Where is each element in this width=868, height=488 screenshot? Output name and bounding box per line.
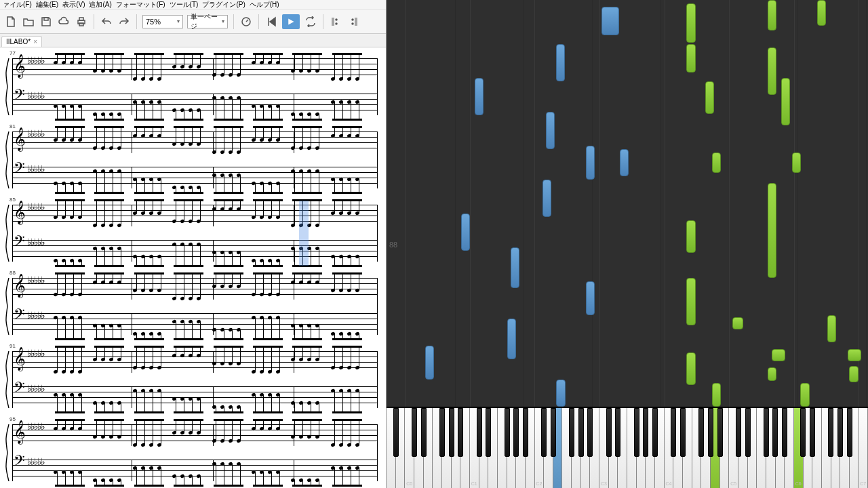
white-key[interactable] [655,408,665,488]
white-key[interactable] [776,408,785,488]
rewind-icon[interactable] [264,15,278,28]
white-key[interactable] [526,408,535,488]
menu-item[interactable]: プラグイン(P) [202,0,245,9]
white-key[interactable] [804,408,813,488]
key-label: C4 [665,481,673,486]
white-key[interactable]: C4 [665,408,674,488]
falling-note-green [705,81,714,114]
open-folder-icon[interactable] [22,15,35,28]
white-key[interactable] [562,408,572,488]
white-key[interactable]: C1 [470,408,479,488]
save-icon[interactable] [39,15,53,28]
white-key[interactable] [544,408,553,488]
white-key[interactable]: C0 [405,408,414,488]
white-key[interactable] [646,408,655,488]
page-mode-select[interactable]: 単一ページ ▾ [187,15,228,28]
new-file-icon[interactable] [4,15,18,28]
print-icon[interactable] [75,15,88,28]
white-key[interactable] [507,408,517,488]
white-key[interactable] [711,408,720,488]
treble-clef-icon: 𝄞 [14,201,26,224]
white-key[interactable] [766,408,776,488]
white-key[interactable] [572,408,581,488]
white-key[interactable] [424,408,433,488]
undo-icon[interactable] [100,15,113,28]
falling-note-blue [556,380,566,407]
treble-staff: 𝄞♭♭♭♭♭ [12,278,378,300]
white-key[interactable] [553,408,563,488]
white-key[interactable] [618,408,627,488]
white-key[interactable] [701,408,711,488]
close-icon[interactable]: × [33,38,37,45]
white-key[interactable] [850,408,859,488]
play-button[interactable] [282,14,300,29]
white-key[interactable] [757,408,766,488]
white-key[interactable]: C7 [859,408,868,488]
white-key[interactable] [433,408,442,488]
menu-item[interactable]: 追加(A) [89,0,111,9]
white-key[interactable] [581,408,591,488]
white-key[interactable] [812,408,822,488]
white-key[interactable] [748,408,757,488]
white-key[interactable] [822,408,831,488]
menu-item[interactable]: 表示(V) [62,0,85,9]
chevron-down-icon: ▾ [222,18,224,24]
key-signature: ♭♭♭♭♭ [27,58,44,64]
falling-note-blue [425,346,434,380]
repeat-end-icon[interactable] [347,15,360,28]
menu-item[interactable]: フォーマット(F) [116,0,165,9]
white-key[interactable] [840,408,850,488]
white-key[interactable] [516,408,526,488]
white-key[interactable] [692,408,702,488]
white-key[interactable] [442,408,452,488]
score-canvas[interactable]: 77𝄞♭♭♭♭♭𝄢♭♭♭♭♭81𝄞♭♭♭♭♭𝄢♭♭♭♭♭85𝄞♭♭♭♭♭𝄢♭♭♭… [0,47,386,488]
metronome-icon[interactable] [239,15,253,28]
white-key[interactable] [720,408,730,488]
white-key[interactable] [673,408,683,488]
white-key[interactable] [387,408,396,488]
white-key[interactable] [637,408,646,488]
svg-point-8 [352,23,353,24]
white-key[interactable] [414,408,424,488]
white-key[interactable] [627,408,637,488]
score-tab[interactable]: IILABO* × [1,36,42,47]
white-key[interactable]: C5 [729,408,738,488]
white-key[interactable] [460,408,470,488]
white-key[interactable] [479,408,489,488]
synthesia-pane: 88 C0C1C2C3C4C5C6C7 [387,0,868,488]
loop-icon[interactable] [304,15,317,28]
svg-rect-0 [44,18,48,20]
cloud-icon[interactable] [57,15,71,28]
white-key[interactable]: C6 [794,408,804,488]
white-key[interactable] [498,408,507,488]
bass-staff: 𝄢♭♭♭♭♭ [12,386,378,408]
key-label: C1 [470,481,479,486]
falling-note-green [686,44,696,73]
white-key[interactable] [831,408,841,488]
menu-item[interactable]: ァイル(F) [3,0,32,9]
white-key[interactable]: C3 [599,408,609,488]
white-key[interactable] [396,408,406,488]
menu-item[interactable]: ツール(T) [170,0,199,9]
key-signature: ♭♭♭♭♭ [27,205,44,210]
menu-item[interactable]: ヘルプ(H) [250,0,279,9]
menu-item[interactable]: 編集(E) [36,0,58,9]
piano-keyboard[interactable]: C0C1C2C3C4C5C6C7 [387,407,868,488]
white-key[interactable] [683,408,692,488]
white-key[interactable] [785,408,794,488]
white-key[interactable] [738,408,748,488]
key-signature: ♭♭♭♭♭ [27,313,44,319]
zoom-select[interactable]: 75% ▾ [142,15,183,28]
falling-note-green [686,352,696,385]
white-key[interactable]: C2 [535,408,545,488]
redo-icon[interactable] [117,15,131,28]
repeat-start-icon[interactable] [329,15,342,28]
white-key[interactable] [488,408,498,488]
white-key[interactable] [590,408,599,488]
page-mode-value: 単一ページ [191,12,222,31]
treble-staff: 𝄞♭♭♭♭♭ [12,205,378,226]
svg-point-5 [336,19,337,20]
white-key[interactable] [609,408,618,488]
white-key[interactable] [452,408,461,488]
key-signature: ♭♭♭♭♭ [27,386,44,392]
